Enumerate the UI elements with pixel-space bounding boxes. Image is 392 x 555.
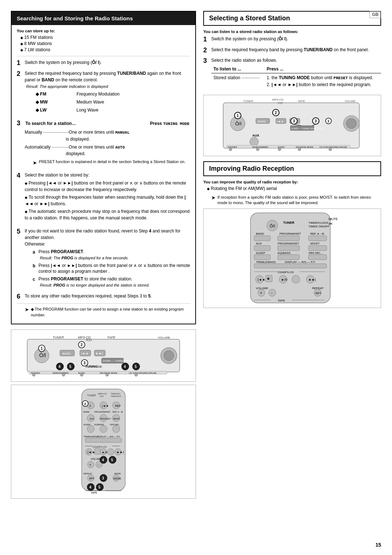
- device-diagram-remote: TUNER MM3-CD /CD TMR/CKX TMR/ON/Y 2 |◄◄ …: [11, 385, 196, 499]
- svg-text:REPEAT: REPEAT: [83, 473, 92, 475]
- svg-text:REF. A→B: REF. A→B: [113, 411, 123, 413]
- svg-point-43: [80, 373, 83, 376]
- stations-list: 15 FM stations 8 MW stations 7 LW statio…: [17, 35, 190, 52]
- svg-text:DE: DE: [98, 365, 102, 368]
- svg-text:VOLUME: VOLUME: [158, 336, 170, 339]
- svg-text:TMR/CKX: TMR/CKX: [111, 393, 121, 395]
- svg-text:CD SYNCHRO/REC/PAUSE: CD SYNCHRO/REC/PAUSE: [129, 372, 156, 374]
- sub-step-c: c Press PROGRAM/SET to store the radio s…: [33, 276, 190, 288]
- svg-text:DOWN — TUNING MODE — UP: DOWN — TUNING MODE — UP: [103, 360, 140, 362]
- svg-text:TAPE: TAPE: [298, 100, 305, 103]
- svg-text:+: +: [260, 291, 262, 295]
- svg-text:MP3-CD: MP3-CD: [272, 98, 283, 101]
- store-subtitle: You can store up to:: [17, 29, 190, 33]
- svg-text:REVERSE MODE: REVERSE MODE: [100, 372, 117, 374]
- svg-rect-175: [309, 246, 327, 251]
- svg-point-144: [346, 118, 356, 129]
- svg-point-86: [107, 449, 114, 455]
- svg-text:REF. A→B: REF. A→B: [310, 232, 324, 235]
- svg-text:DISPLAY — R/S — F/Y: DISPLAY — R/S — F/Y: [285, 260, 315, 264]
- selecting-step-1: 1 Switch the system on by pressing (Ô/ I…: [203, 36, 381, 44]
- svg-text:5: 5: [111, 458, 113, 462]
- svg-text:EQ/BASS: EQ/BASS: [278, 251, 290, 255]
- svg-text:3: 3: [327, 119, 329, 123]
- preset-note: ➤ PRESET function is explained in detail…: [33, 159, 190, 167]
- svg-text:MO/ST: MO/ST: [310, 242, 319, 245]
- list-item: 8 MW stations: [20, 41, 190, 46]
- svg-text:PROGRAM/SET: PROGRAM/SET: [94, 411, 111, 413]
- svg-text:DEMO/DIMMER: DEMO/DIMMER: [252, 146, 269, 148]
- svg-text:BAND: BAND: [62, 352, 70, 355]
- svg-text:SRS MO...: SRS MO...: [309, 251, 322, 255]
- list-item: Rotating the FM or AM(MW) aerial: [207, 186, 381, 191]
- svg-rect-180: [278, 255, 299, 260]
- svg-text:PROGRAM/SET: PROGRAM/SET: [278, 242, 299, 245]
- svg-text:PHONES: PHONES: [31, 372, 40, 374]
- svg-text:TAPE: TAPE: [278, 299, 285, 302]
- svg-text:4: 4: [124, 365, 126, 369]
- svg-text:TUNER: TUNER: [87, 394, 96, 397]
- svg-point-155: [329, 148, 332, 151]
- svg-text:4: 4: [89, 485, 91, 489]
- svg-text:►►|: ►►|: [117, 450, 124, 454]
- selecting-step-3: 3 Select the radio station as follows. T…: [203, 57, 381, 89]
- svg-text:TMR/ON/Y: TMR/ON/Y: [111, 395, 121, 397]
- svg-point-34: [164, 351, 174, 361]
- program-note: ➤ ◆ The PROGRAM function can be used to …: [25, 307, 190, 318]
- svg-point-151: [278, 148, 281, 151]
- step-1: 1 Switch the system on by pressing (Ô/ I…: [17, 59, 190, 67]
- svg-text:BAND: BAND: [258, 120, 266, 123]
- svg-text:/CD: /CD: [86, 338, 92, 342]
- svg-text:MM3-CD: MM3-CD: [98, 393, 107, 395]
- selecting-header: Selecting a Stored Station: [203, 11, 381, 26]
- svg-text:CD SYNCHRO/REC/PAUSE: CD SYNCHRO/REC/PAUSE: [319, 146, 347, 148]
- svg-text:CD/MP3-CD: CD/MP3-CD: [278, 271, 294, 274]
- svg-point-194: [292, 275, 300, 283]
- selecting-device-diagram: TUNER MP3-CD /CD TAPE VOLUME Ô/I 1 BAND …: [203, 95, 381, 156]
- sub-step-b: b Press |◄◄ or ►►| buttons on the front …: [33, 263, 190, 275]
- svg-text:TREBLE/BASS: TREBLE/BASS: [256, 260, 276, 264]
- svg-text:REVERSE MODE: REVERSE MODE: [296, 146, 313, 148]
- svg-text:TIMER/CLOCK: TIMER/CLOCK: [309, 221, 328, 224]
- svg-rect-167: [254, 236, 270, 241]
- svg-text:AUX: AUX: [256, 242, 262, 245]
- svg-text:VOLUME: VOLUME: [345, 100, 356, 102]
- svg-text:5: 5: [135, 365, 137, 369]
- svg-rect-77: [85, 438, 122, 442]
- svg-point-153: [298, 148, 301, 151]
- step-6: 6 To store any other radio frequencies r…: [17, 293, 190, 301]
- svg-point-41: [32, 373, 35, 376]
- svg-text:Ô/I: Ô/I: [235, 121, 241, 126]
- svg-text:3: 3: [293, 119, 295, 123]
- device-diagram-top: TUNER MP3-CD /CD TAPE VOLUME Ô/I 1 BAND …: [11, 329, 196, 382]
- svg-text:AUX: AUX: [252, 134, 259, 137]
- svg-rect-169: [309, 236, 327, 241]
- searching-section: Searching for and Storing the Radio Stat…: [11, 11, 196, 324]
- svg-rect-184: [254, 264, 327, 268]
- svg-point-45: [135, 373, 138, 376]
- svg-text:BAND: BAND: [83, 411, 90, 413]
- svg-text:RPT: RPT: [315, 292, 321, 295]
- svg-text:|◄◄: |◄◄: [87, 450, 95, 454]
- svg-text:-: -: [98, 463, 99, 467]
- svg-point-73: [100, 425, 107, 433]
- svg-text:AUX: AUX: [90, 418, 94, 420]
- improving-list: Rotating the FM or AM(MW) aerial: [203, 186, 381, 191]
- svg-point-132: [250, 137, 258, 146]
- svg-text:►/II: ►/II: [281, 278, 287, 281]
- svg-text:SLEEP: SLEEP: [83, 424, 90, 426]
- svg-rect-83: [95, 449, 101, 454]
- selecting-section: Selecting a Stored Station You can liste…: [203, 11, 381, 89]
- svg-text:4: 4: [102, 458, 104, 462]
- svg-text:TIMER ON/OFF: TIMER ON/OFF: [309, 225, 329, 228]
- svg-text:BAND: BAND: [256, 232, 264, 235]
- svg-text:TUNER: TUNER: [243, 100, 253, 103]
- svg-text:1: 1: [237, 114, 239, 118]
- selecting-step-2: 2 Select the required frequency band by …: [203, 46, 381, 54]
- svg-point-147: [229, 148, 232, 151]
- svg-text:CD/MP3-CD: CD/MP3-CD: [93, 446, 107, 448]
- svg-text:►/II: ►/II: [102, 451, 107, 454]
- improving-remote-diagram: MUTE ✂ Ô/I TUNER TIMER/CLOCK TIMER ON/OF…: [203, 208, 381, 308]
- svg-text:|◄◄: |◄◄: [258, 278, 265, 281]
- sub-step-a: a Press PROGRAM/SET. Result: The PROG is…: [33, 249, 190, 261]
